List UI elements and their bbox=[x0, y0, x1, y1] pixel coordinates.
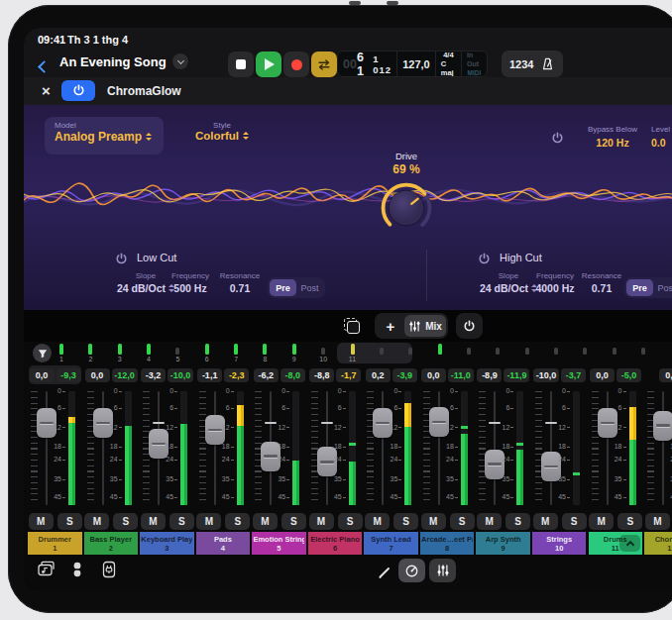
low-cut-resonance-value[interactable]: 0.71 bbox=[208, 282, 272, 294]
overview-track-meter[interactable] bbox=[490, 343, 505, 363]
overview-track-meter[interactable]: 11 bbox=[345, 343, 361, 363]
solo-button[interactable]: S bbox=[562, 513, 587, 530]
mute-button[interactable]: M bbox=[141, 513, 166, 530]
mute-button[interactable]: M bbox=[253, 513, 278, 530]
play-button[interactable] bbox=[256, 52, 281, 77]
overview-track-meter[interactable]: 1 bbox=[54, 343, 69, 363]
overview-track-meter[interactable] bbox=[635, 343, 651, 363]
solo-button[interactable]: S bbox=[225, 513, 250, 530]
overview-track-meter[interactable] bbox=[374, 343, 390, 363]
track-name-tile[interactable]: Synth Lead 7 bbox=[364, 532, 418, 555]
bypass-below-control[interactable]: Bypass Below 120 Hz bbox=[575, 125, 650, 149]
low-cut-power-button[interactable] bbox=[115, 252, 128, 269]
track-name-tile[interactable]: Keyboard Player 3 bbox=[140, 532, 194, 555]
count-in-button[interactable]: 1234 bbox=[509, 58, 533, 70]
knob-mode-button[interactable] bbox=[398, 559, 425, 582]
model-selector[interactable]: Model Analog Preamp bbox=[45, 117, 164, 155]
channel-volume-value[interactable]: -6,2 bbox=[254, 368, 279, 382]
plugins-button[interactable] bbox=[99, 560, 119, 579]
mute-button[interactable]: M bbox=[533, 513, 558, 530]
overview-track-meter[interactable]: 8 bbox=[257, 343, 273, 363]
track-name-tile[interactable]: Drums 11 bbox=[589, 532, 643, 555]
track-name-tile[interactable]: Bass Player 2 bbox=[84, 532, 139, 555]
mute-button[interactable]: M bbox=[421, 513, 446, 530]
mute-button[interactable]: M bbox=[365, 513, 390, 530]
overview-track-meter[interactable] bbox=[519, 343, 535, 363]
lcd-io-midi[interactable]: In Out MIDI bbox=[462, 52, 487, 76]
overview-track-meter[interactable]: 4 bbox=[141, 343, 157, 363]
back-button[interactable] bbox=[40, 57, 49, 75]
overview-track-meter[interactable] bbox=[402, 343, 418, 363]
mix-view-button[interactable]: Mix bbox=[404, 315, 446, 337]
stepper-icon[interactable] bbox=[146, 133, 152, 141]
close-icon[interactable]: × bbox=[42, 83, 51, 98]
record-button[interactable] bbox=[283, 52, 309, 77]
bypass-power-button[interactable] bbox=[551, 131, 564, 149]
overview-track-meter[interactable] bbox=[461, 343, 477, 363]
song-menu-button[interactable] bbox=[172, 53, 188, 69]
channel-volume-value[interactable]: -8,9 bbox=[477, 368, 502, 382]
low-cut-pre-button[interactable]: Pre bbox=[270, 279, 296, 296]
song-title[interactable]: An Evening Song bbox=[59, 54, 167, 69]
solo-button[interactable]: S bbox=[338, 513, 363, 530]
channel-volume-value[interactable]: -10,0 bbox=[533, 368, 559, 382]
overview-track-meter[interactable]: 2 bbox=[82, 343, 98, 363]
overview-track-meter[interactable] bbox=[577, 343, 593, 363]
lcd-tempo[interactable]: 127,0 bbox=[397, 52, 436, 76]
mute-button[interactable]: M bbox=[309, 513, 334, 530]
channel-volume-value[interactable]: -3,2 bbox=[141, 368, 166, 382]
high-cut-post-button[interactable]: Post bbox=[653, 279, 672, 296]
mute-button[interactable]: M bbox=[477, 513, 502, 530]
overview-track-meter[interactable]: 10 bbox=[315, 343, 331, 363]
channel-volume-value[interactable]: -1,1 bbox=[197, 368, 222, 382]
mixer-power-button[interactable] bbox=[456, 313, 483, 339]
filter-button[interactable] bbox=[33, 344, 52, 362]
channel-volume-value[interactable]: 0,0 bbox=[421, 368, 446, 382]
solo-button[interactable]: S bbox=[281, 513, 306, 530]
solo-button[interactable]: S bbox=[617, 513, 642, 530]
track-name-tile[interactable]: Electric Piano 6 bbox=[308, 532, 363, 555]
drive-knob[interactable] bbox=[377, 178, 436, 238]
metronome-icon[interactable] bbox=[540, 56, 555, 71]
solo-button[interactable]: S bbox=[113, 513, 138, 530]
collapse-button[interactable] bbox=[619, 535, 640, 552]
track-name-tile[interactable]: Pads 4 bbox=[196, 532, 251, 555]
channel-volume-value[interactable]: -8,8 bbox=[309, 368, 334, 382]
lcd-position[interactable]: 00 6 1 1 012 bbox=[338, 52, 397, 76]
style-selector[interactable]: Style Colorful bbox=[180, 121, 264, 142]
mute-button[interactable]: M bbox=[196, 513, 221, 530]
overview-track-meter[interactable]: 3 bbox=[112, 343, 128, 363]
mute-button[interactable]: M bbox=[29, 513, 54, 530]
overview-track-meter[interactable]: 6 bbox=[199, 343, 215, 363]
solo-button[interactable]: S bbox=[393, 513, 418, 530]
solo-button[interactable]: S bbox=[169, 513, 194, 530]
count-in-metronome-group[interactable]: 1234 bbox=[502, 51, 563, 77]
lcd-display[interactable]: 00 6 1 1 012 127,0 4/4 C maj In Out MIDI bbox=[337, 51, 488, 77]
track-name-tile[interactable]: Strings 10 bbox=[532, 532, 587, 555]
overview-track-meter[interactable] bbox=[607, 343, 622, 363]
stepper-icon[interactable] bbox=[243, 132, 249, 140]
loops-browser-button[interactable] bbox=[36, 560, 56, 579]
track-name-tile[interactable]: Arp Synth 9 bbox=[476, 532, 530, 555]
low-cut-post-button[interactable]: Post bbox=[296, 279, 323, 296]
solo-button[interactable]: S bbox=[505, 513, 530, 530]
channel-volume-value[interactable]: 0,0 bbox=[590, 368, 615, 382]
cycle-button[interactable] bbox=[311, 52, 337, 77]
overview-track-meter[interactable]: 9 bbox=[286, 343, 302, 363]
plugin-power-button[interactable] bbox=[61, 80, 95, 101]
channel-volume-value[interactable]: 0,2 bbox=[366, 368, 391, 382]
copy-plugin-button[interactable] bbox=[339, 313, 365, 339]
track-name-tile[interactable]: Chorus V 12 bbox=[644, 532, 672, 555]
track-name-tile[interactable]: Arcade…eet Pad 8 bbox=[420, 532, 475, 555]
solo-button[interactable]: S bbox=[57, 513, 82, 530]
faders-mode-button[interactable] bbox=[429, 559, 456, 582]
level-control[interactable]: Level 0.0 bbox=[651, 125, 672, 149]
channel-volume-value[interactable]: 0,0 bbox=[659, 368, 672, 382]
objects-button[interactable] bbox=[67, 560, 87, 579]
overview-track-meter[interactable]: 5 bbox=[169, 343, 185, 363]
high-cut-power-button[interactable] bbox=[478, 252, 491, 269]
channel-volume-value[interactable]: 0,0 bbox=[30, 368, 55, 382]
overview-track-meter[interactable] bbox=[548, 343, 564, 363]
solo-button[interactable]: S bbox=[450, 513, 475, 530]
high-cut-pre-button[interactable]: Pre bbox=[626, 279, 653, 296]
